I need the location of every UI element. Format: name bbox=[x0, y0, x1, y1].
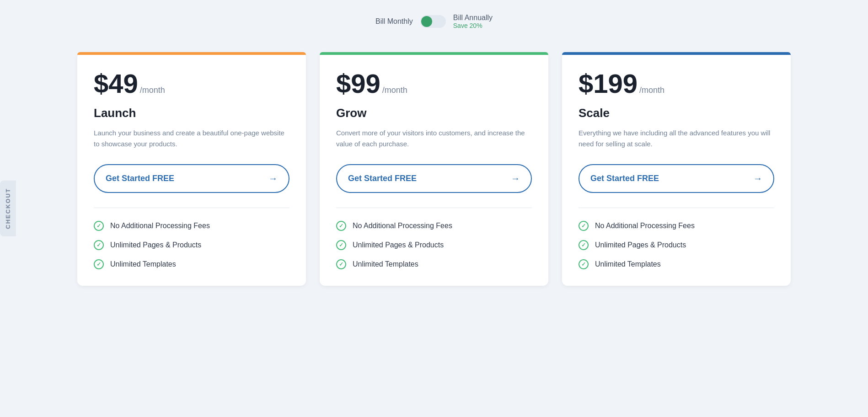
check-icon bbox=[94, 221, 104, 231]
list-item: No Additional Processing Fees bbox=[94, 221, 289, 231]
launch-arrow-icon: → bbox=[268, 173, 278, 184]
feature-label: Unlimited Templates bbox=[110, 260, 176, 268]
scale-cta-label: Get Started FREE bbox=[590, 174, 659, 183]
check-icon bbox=[579, 259, 589, 269]
check-icon bbox=[94, 240, 104, 250]
scale-plan-name: Scale bbox=[579, 106, 774, 120]
list-item: Unlimited Pages & Products bbox=[94, 240, 289, 250]
billing-toggle[interactable] bbox=[420, 15, 446, 28]
feature-label: Unlimited Templates bbox=[595, 260, 661, 268]
scale-period: /month bbox=[639, 86, 664, 95]
list-item: No Additional Processing Fees bbox=[579, 221, 774, 231]
toggle-thumb bbox=[421, 16, 432, 27]
grow-period: /month bbox=[382, 86, 407, 95]
grow-divider bbox=[336, 208, 532, 208]
plan-card-scale: $199 /month Scale Everything we have inc… bbox=[562, 52, 791, 286]
feature-label: Unlimited Pages & Products bbox=[110, 241, 201, 249]
grow-features-list: No Additional Processing Fees Unlimited … bbox=[336, 221, 532, 269]
toggle-track bbox=[420, 15, 446, 28]
plans-container: $49 /month Launch Launch your business a… bbox=[77, 52, 791, 286]
launch-cta-button[interactable]: Get Started FREE → bbox=[94, 164, 289, 193]
feature-label: Unlimited Templates bbox=[353, 260, 418, 268]
scale-divider bbox=[579, 208, 774, 208]
launch-cta-label: Get Started FREE bbox=[106, 174, 174, 183]
grow-plan-name: Grow bbox=[336, 106, 532, 120]
checkout-tab[interactable]: CHECKOUT bbox=[0, 181, 16, 236]
feature-label: Unlimited Pages & Products bbox=[353, 241, 444, 249]
launch-price-row: $49 /month bbox=[94, 70, 289, 97]
save-label: Save 20% bbox=[453, 22, 482, 29]
check-icon bbox=[94, 259, 104, 269]
launch-plan-name: Launch bbox=[94, 106, 289, 120]
list-item: Unlimited Templates bbox=[579, 259, 774, 269]
launch-price: $49 bbox=[94, 70, 138, 97]
bill-annually-section: Bill Annually Save 20% bbox=[453, 14, 493, 29]
check-icon bbox=[579, 221, 589, 231]
plan-card-grow: $99 /month Grow Convert more of your vis… bbox=[320, 52, 548, 286]
check-icon bbox=[336, 240, 346, 250]
launch-period: /month bbox=[140, 86, 165, 95]
list-item: Unlimited Pages & Products bbox=[579, 240, 774, 250]
scale-price: $199 bbox=[579, 70, 638, 97]
launch-divider bbox=[94, 208, 289, 208]
billing-toggle-section: Bill Monthly Bill Annually Save 20% bbox=[375, 14, 493, 29]
grow-price: $99 bbox=[336, 70, 380, 97]
scale-cta-button[interactable]: Get Started FREE → bbox=[579, 164, 774, 193]
grow-cta-button[interactable]: Get Started FREE → bbox=[336, 164, 532, 193]
grow-cta-label: Get Started FREE bbox=[348, 174, 417, 183]
list-item: Unlimited Pages & Products bbox=[336, 240, 532, 250]
feature-label: No Additional Processing Fees bbox=[595, 222, 695, 230]
bill-monthly-label: Bill Monthly bbox=[375, 17, 413, 26]
scale-price-row: $199 /month bbox=[579, 70, 774, 97]
grow-description: Convert more of your visitors into custo… bbox=[336, 128, 532, 150]
bill-annually-label: Bill Annually bbox=[453, 14, 493, 22]
scale-arrow-icon: → bbox=[753, 173, 762, 184]
check-icon bbox=[336, 259, 346, 269]
check-icon bbox=[579, 240, 589, 250]
list-item: Unlimited Templates bbox=[336, 259, 532, 269]
grow-price-row: $99 /month bbox=[336, 70, 532, 97]
feature-label: No Additional Processing Fees bbox=[110, 222, 210, 230]
list-item: No Additional Processing Fees bbox=[336, 221, 532, 231]
list-item: Unlimited Templates bbox=[94, 259, 289, 269]
scale-description: Everything we have including all the adv… bbox=[579, 128, 774, 150]
scale-features-list: No Additional Processing Fees Unlimited … bbox=[579, 221, 774, 269]
feature-label: Unlimited Pages & Products bbox=[595, 241, 686, 249]
check-icon bbox=[336, 221, 346, 231]
grow-arrow-icon: → bbox=[511, 173, 520, 184]
feature-label: No Additional Processing Fees bbox=[353, 222, 452, 230]
plan-card-launch: $49 /month Launch Launch your business a… bbox=[77, 52, 306, 286]
launch-description: Launch your business and create a beauti… bbox=[94, 128, 289, 150]
launch-features-list: No Additional Processing Fees Unlimited … bbox=[94, 221, 289, 269]
